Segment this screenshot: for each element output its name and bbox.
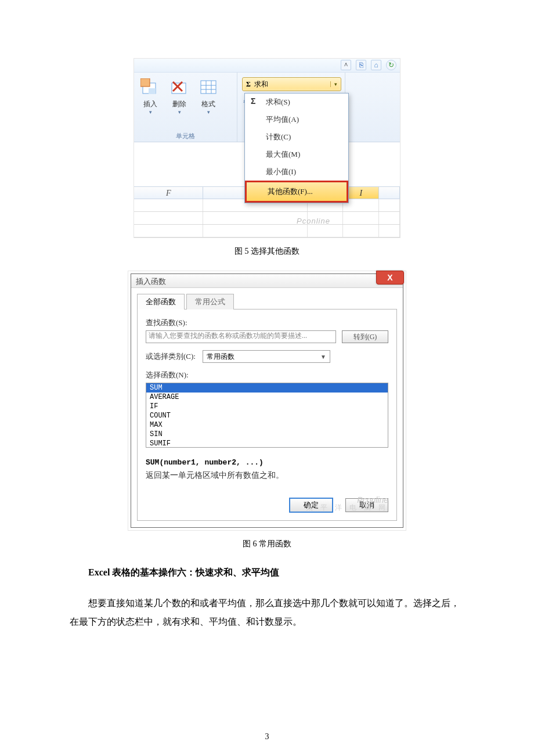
goto-button[interactable]: 转到(G) bbox=[342, 330, 388, 343]
menu-label: 求和(S) bbox=[266, 98, 290, 106]
home-icon: ⌂ bbox=[371, 60, 381, 70]
menu-item-count[interactable]: 计数(C) bbox=[245, 128, 348, 146]
dialog-title: 插入函数 bbox=[131, 274, 403, 288]
select-function-label: 选择函数(N): bbox=[146, 370, 388, 380]
refresh-icon: ↻ bbox=[386, 60, 396, 70]
list-item[interactable]: MAX bbox=[146, 420, 388, 430]
chevron-down-icon: ▼ bbox=[320, 354, 326, 360]
watermark: Pconline bbox=[297, 217, 330, 225]
figure-5-screenshot: ^ ⎘ ⌂ ↻ 插入 ▾ 删除 ▾ bbox=[134, 58, 400, 238]
menu-item-min[interactable]: 最小值(I) bbox=[245, 163, 348, 181]
insert-button[interactable]: 插入 ▾ bbox=[136, 75, 164, 115]
autosum-split-button[interactable]: Σ 求和 ▾ bbox=[242, 77, 341, 91]
search-input[interactable]: 请输入您要查找的函数名称或函数功能的简要描述... bbox=[146, 330, 336, 343]
page-number: 3 bbox=[0, 732, 534, 741]
menu-item-average[interactable]: 平均值(A) bbox=[245, 111, 348, 128]
insert-function-dialog: X 插入函数 全部函数 常用公式 查找函数(S): 请输入您要查找的函数名称或函… bbox=[131, 273, 403, 528]
col-header-f[interactable]: F bbox=[134, 187, 203, 199]
delete-label: 删除 bbox=[165, 99, 193, 109]
sheet-grid[interactable] bbox=[134, 199, 400, 237]
figure-6-screenshot: X 插入函数 全部函数 常用公式 查找函数(S): 请输入您要查找的函数名称或函… bbox=[128, 271, 406, 531]
cells-group-label: 单元格 bbox=[136, 131, 234, 142]
watermark-2: 太 平 洋 电 脑 网 bbox=[306, 503, 388, 513]
list-item[interactable]: SUM bbox=[146, 383, 388, 393]
tab-all-functions[interactable]: 全部函数 bbox=[137, 294, 185, 309]
search-label: 查找函数(S): bbox=[146, 318, 388, 328]
category-combo[interactable]: 常用函数 ▼ bbox=[203, 350, 330, 363]
chevron-down-icon[interactable]: ▾ bbox=[330, 81, 341, 87]
function-description: 返回某一单元格区域中所有数值之和。 bbox=[146, 470, 388, 481]
caret-up-icon: ^ bbox=[341, 60, 351, 70]
figure-6-caption: 图 6 常用函数 bbox=[70, 539, 464, 549]
svg-rect-6 bbox=[201, 81, 216, 93]
category-value: 常用函数 bbox=[207, 352, 234, 362]
menu-item-max[interactable]: 最大值(M) bbox=[245, 146, 348, 163]
menu-item-sum[interactable]: Σ 求和(S) bbox=[245, 93, 348, 111]
paste-icon: ⎘ bbox=[356, 60, 366, 70]
sigma-icon: Σ bbox=[251, 96, 255, 106]
function-signature: SUM(number1, number2, ...) bbox=[146, 458, 388, 467]
tab-panel: 查找函数(S): 请输入您要查找的函数名称或函数功能的简要描述... 转到(G)… bbox=[137, 309, 397, 521]
insert-label: 插入 bbox=[136, 99, 164, 109]
format-label: 格式 bbox=[194, 99, 222, 109]
figure-5-caption: 图 5 选择其他函数 bbox=[70, 246, 464, 257]
svg-rect-1 bbox=[140, 78, 150, 87]
list-item[interactable]: COUNT bbox=[146, 411, 388, 420]
body-paragraph: 想要直接知道某几个数的和或者平均值，那么直接选中那几个数就可以知道了。选择之后，… bbox=[70, 594, 464, 631]
delete-button[interactable]: 删除 ▾ bbox=[165, 75, 193, 115]
list-item[interactable]: SIN bbox=[146, 430, 388, 439]
autosum-label: 求和 bbox=[254, 80, 330, 89]
close-button[interactable]: X bbox=[376, 271, 404, 285]
category-label: 或选择类别(C): bbox=[146, 351, 196, 362]
format-button[interactable]: 格式 ▾ bbox=[194, 75, 222, 115]
menu-item-more-functions[interactable]: 其他函数(F)... bbox=[245, 181, 348, 203]
list-item[interactable]: IF bbox=[146, 402, 388, 411]
function-listbox[interactable]: SUM AVERAGE IF COUNT MAX SIN SUMIF bbox=[146, 383, 388, 448]
sigma-icon: Σ bbox=[243, 80, 254, 89]
list-item[interactable]: AVERAGE bbox=[146, 393, 388, 402]
section-heading: Excel 表格的基本操作六：快速求和、求平均值 bbox=[70, 567, 464, 579]
list-item[interactable]: SUMIF bbox=[146, 439, 388, 448]
autosum-dropdown: Σ 求和(S) 平均值(A) 计数(C) 最大值(M) 最小值(I) 其他函数(… bbox=[244, 93, 349, 203]
tab-common-formula[interactable]: 常用公式 bbox=[186, 294, 234, 309]
svg-rect-2 bbox=[149, 88, 156, 94]
